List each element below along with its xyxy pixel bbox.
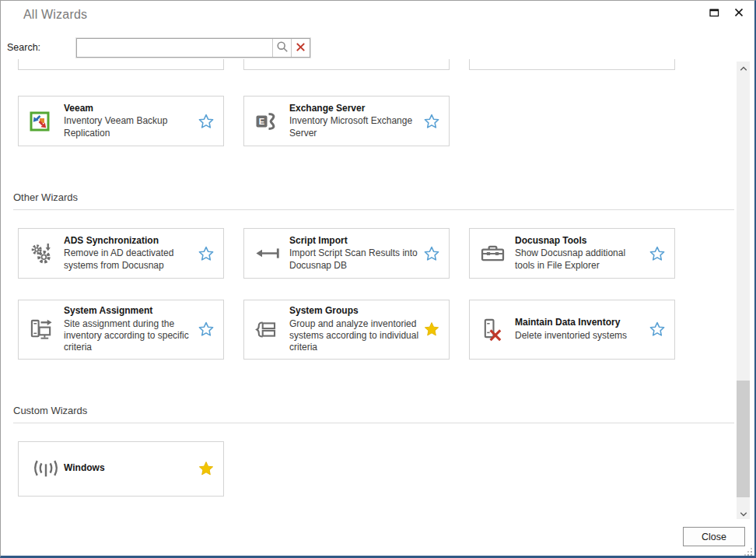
favorite-star[interactable]: [648, 321, 667, 338]
wizard-card-maintain-data-inventory[interactable]: Maintain Data InventoryDelete inventorie…: [469, 300, 675, 360]
close-button[interactable]: Close: [683, 527, 745, 546]
partial-card-row: [18, 59, 736, 70]
favorite-star[interactable]: [197, 321, 215, 338]
titlebar: All Wizards: [1, 1, 754, 30]
wizard-name: System Groups: [289, 305, 419, 318]
wizard-card-text: Maintain Data InventoryDelete inventorie…: [515, 317, 645, 342]
svg-text:E: E: [259, 117, 264, 126]
system-groups-icon: [255, 321, 289, 338]
wizard-name: Veeam: [64, 103, 194, 115]
wizard-name: ADS Synchronization: [64, 235, 194, 247]
wizard-card-text: Docusnap ToolsShow Docusnap additional t…: [515, 235, 645, 272]
wizard-card-script-import[interactable]: Script ImportImport Script Scan Results …: [243, 228, 450, 279]
section-divider: [13, 209, 734, 210]
gears-sync-icon: [30, 241, 64, 265]
veeam-icon: [30, 111, 64, 132]
partial-wizard-card[interactable]: [469, 59, 675, 70]
wizard-description: Show Docusnap additional tools in File E…: [515, 247, 645, 272]
section-header: Custom Wizards: [13, 404, 736, 418]
wizard-card-exchange-server[interactable]: EExchange ServerInventory Microsoft Exch…: [243, 96, 450, 146]
wizard-description: Inventory Microsoft Exchange Server: [289, 115, 419, 139]
wizard-card-veeam[interactable]: VeeamInventory Veeam Backup Replication: [18, 96, 224, 146]
chevron-down-icon: [740, 507, 747, 519]
wizard-card-docusnap-tools[interactable]: Docusnap ToolsShow Docusnap additional t…: [469, 228, 675, 279]
chevron-up-icon: [740, 62, 747, 74]
favorite-star[interactable]: [422, 245, 441, 262]
search-label: Search:: [7, 42, 40, 53]
favorite-star[interactable]: [197, 113, 215, 130]
scrollbar-thumb[interactable]: [737, 381, 750, 497]
exchange-icon: E: [255, 111, 289, 132]
section-header: Other Wizards: [13, 191, 736, 205]
close-window-button[interactable]: [730, 5, 748, 22]
wizard-description: Import Script Scan Results into Docusnap…: [289, 247, 419, 272]
vertical-scrollbar[interactable]: [737, 61, 750, 519]
resize-grip-icon[interactable]: [744, 546, 753, 555]
partial-wizard-card[interactable]: [18, 59, 224, 70]
clear-search-button[interactable]: [291, 39, 310, 57]
wizard-card-system-assignment[interactable]: System AssignmentSite assignment during …: [18, 300, 224, 360]
wizard-name: Windows: [64, 462, 194, 475]
wizard-description: Group and analyze inventoried systems ac…: [289, 318, 419, 354]
wizard-card-text: Exchange ServerInventory Microsoft Excha…: [289, 103, 419, 139]
favorite-star[interactable]: [422, 321, 441, 338]
search-icon: [276, 40, 289, 55]
favorite-star[interactable]: [648, 245, 667, 262]
favorite-star[interactable]: [422, 113, 441, 130]
wizard-card-text: System GroupsGroup and analyze inventori…: [289, 305, 419, 354]
wizard-card-text: ADS SynchronizationRemove in AD deactiva…: [64, 235, 194, 272]
search-input[interactable]: [77, 39, 272, 57]
wizard-card-text: Windows: [64, 462, 194, 475]
search-box: [76, 38, 310, 58]
wizard-description: Delete inventoried systems: [515, 330, 645, 342]
wizard-name: Exchange Server: [289, 103, 419, 115]
close-icon: [734, 8, 744, 19]
wizard-card-grid: ADS SynchronizationRemove in AD deactiva…: [18, 228, 736, 360]
wizard-card-system-groups[interactable]: System GroupsGroup and analyze inventori…: [243, 300, 450, 360]
wizard-card-windows[interactable]: Windows: [18, 441, 224, 497]
favorite-star[interactable]: [197, 460, 215, 477]
search-row: Search:: [1, 38, 754, 60]
wizard-card-text: VeeamInventory Veeam Backup Replication: [64, 103, 194, 139]
maximize-button[interactable]: [705, 5, 723, 22]
wizard-card-grid: VeeamInventory Veeam Backup ReplicationE…: [18, 96, 736, 146]
favorite-star[interactable]: [197, 245, 215, 262]
page-title: All Wizards: [23, 8, 87, 22]
broadcast-icon: [30, 457, 64, 480]
search-button[interactable]: [272, 39, 291, 57]
scroll-up-button[interactable]: [737, 61, 750, 74]
wizard-description: Inventory Veeam Backup Replication: [64, 115, 194, 139]
partial-wizard-card[interactable]: [243, 59, 450, 70]
wizard-card-text: System AssignmentSite assignment during …: [64, 305, 194, 354]
wizard-card-text: Script ImportImport Script Scan Results …: [289, 235, 419, 272]
maximize-icon: [709, 8, 719, 19]
wizard-name: System Assignment: [64, 305, 194, 318]
wizard-card-grid: Windows: [18, 441, 736, 497]
system-assignment-icon: [30, 318, 64, 342]
wizard-name: Maintain Data Inventory: [515, 317, 645, 329]
wizard-name: Docusnap Tools: [515, 235, 645, 247]
clear-x-icon: [296, 42, 306, 54]
scroll-down-button[interactable]: [737, 507, 750, 519]
all-wizards-dialog: All Wizards Search: VeeamInventory Veeam…: [0, 0, 756, 558]
wizard-card-ads-synchronization[interactable]: ADS SynchronizationRemove in AD deactiva…: [18, 228, 224, 279]
arrow-left-icon: [255, 245, 289, 261]
wizard-list-viewport[interactable]: VeeamInventory Veeam Backup ReplicationE…: [7, 58, 736, 524]
wizard-name: Script Import: [289, 235, 419, 247]
wizard-description: Remove in AD deactivated systems from Do…: [64, 247, 194, 272]
delete-system-icon: [481, 318, 515, 342]
section-divider: [13, 423, 734, 423]
toolbox-icon: [481, 244, 515, 263]
wizard-description: Site assignment during the inventory acc…: [64, 318, 194, 354]
window-controls: [705, 5, 748, 22]
